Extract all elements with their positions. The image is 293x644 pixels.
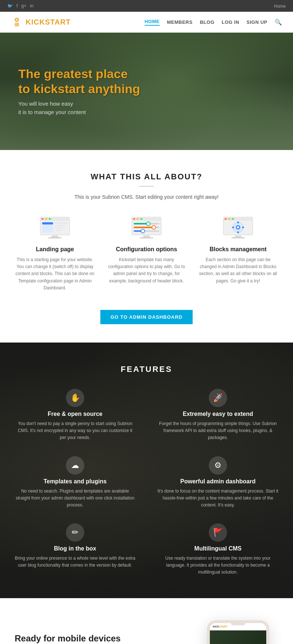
main-nav: HOME MEMBERS BLOG LOG IN SIGN UP 🔍: [145, 19, 282, 26]
svg-rect-37: [228, 218, 230, 220]
admin-desc: It's done to focus on the content manage…: [157, 488, 278, 509]
nav-members[interactable]: MEMBERS: [167, 19, 193, 25]
extend-title: Extremely easy to extend: [183, 411, 253, 417]
facebook-link[interactable]: f: [16, 3, 18, 8]
about-divider: [139, 186, 154, 187]
logo-kick: KICK: [26, 18, 45, 26]
admin-title: Powerful admin dashboard: [180, 478, 255, 485]
free-desc: You don't need to pay a single penny to …: [15, 420, 136, 442]
feature-blocks-desc: Each section on this page can be changed…: [198, 256, 278, 285]
search-icon[interactable]: 🔍: [275, 19, 282, 26]
about-heading: WHAT THIS ALL ABOUT?: [15, 172, 278, 182]
admin-dashboard-button[interactable]: GO TO ADMIN DASHBOARD: [100, 310, 193, 324]
mobile-content: Ready for mobile devices Lorem ipsum dol…: [15, 633, 183, 644]
extend-desc: Forget the hours of programming simple t…: [157, 420, 278, 442]
top-nav: Home: [274, 3, 286, 9]
features-heading: FEATURES: [15, 365, 278, 374]
svg-rect-31: [132, 235, 161, 235]
svg-rect-46: [223, 235, 253, 235]
templates-title: Templates and plugins: [44, 478, 107, 485]
svg-point-24: [146, 222, 150, 226]
landing-icon: [37, 215, 73, 240]
nav-signup[interactable]: SIGN UP: [246, 19, 267, 25]
svg-point-30: [141, 229, 145, 233]
phone-hero-mini: The greatest placeto kickstart anything: [210, 630, 266, 644]
feature-multilingual: 🚩 Multilingual CMS Use ready translation…: [157, 523, 278, 576]
hero-sub1: You will love how easy: [18, 100, 73, 107]
logo: KICKSTART: [11, 16, 71, 28]
admin-icon: ⚙: [209, 456, 227, 475]
templates-icon: ☁: [66, 456, 84, 475]
svg-rect-44: [232, 227, 234, 228]
feature-landing: Landing page This is a starting page for…: [15, 215, 95, 292]
header: KICKSTART HOME MEMBERS BLOG LOG IN SIGN …: [0, 12, 293, 33]
feature-blog: ✏ Blog in the box Bring your online pres…: [15, 523, 136, 576]
svg-rect-9: [42, 222, 53, 224]
googleplus-link[interactable]: g+: [21, 3, 26, 8]
hero-headline-colored: kickstart anything: [34, 82, 140, 96]
top-bar: 🐦 f g+ in Home: [0, 0, 293, 12]
hero-headline-line1: The greatest place: [18, 67, 128, 81]
phone-notch: [231, 623, 245, 625]
nav-blog[interactable]: BLOG: [200, 19, 215, 25]
mobile-section: Ready for mobile devices Lorem ipsum dol…: [0, 598, 293, 644]
about-subtitle: This is your Subrion CMS. Start editing …: [15, 194, 278, 200]
svg-point-41: [237, 226, 239, 228]
extend-icon: 🚀: [209, 389, 227, 407]
social-links: 🐦 f g+ in: [7, 3, 33, 8]
mobile-image: KICKSTART The greatest placeto kickstart…: [198, 620, 278, 644]
nav-login[interactable]: LOG IN: [222, 19, 239, 25]
hero-headline: The greatest place to kickstart anything: [18, 66, 140, 96]
svg-rect-6: [45, 218, 47, 220]
svg-rect-36: [225, 218, 227, 220]
svg-rect-19: [133, 218, 135, 220]
svg-rect-1: [15, 23, 19, 26]
svg-rect-43: [237, 231, 239, 233]
feature-blocks: Blocks management Each section on this p…: [198, 215, 278, 292]
feature-config-desc: Kickstart template has many configuratio…: [106, 256, 187, 285]
feature-blocks-title: Blocks management: [198, 246, 278, 253]
svg-rect-5: [41, 218, 44, 220]
svg-rect-45: [242, 227, 244, 228]
about-section: WHAT THIS ALL ABOUT? This is your Subrio…: [0, 150, 293, 343]
features-section: FEATURES ✋ Free & open source You don't …: [0, 343, 293, 598]
logo-text: KICKSTART: [26, 18, 71, 26]
free-title: Free & open source: [48, 411, 102, 417]
linkedin-link[interactable]: in: [30, 3, 33, 8]
templates-desc: No need to search. Plugins and templates…: [15, 488, 136, 509]
multilingual-icon: 🚩: [209, 523, 227, 542]
phone-logo: KICKSTART: [213, 625, 227, 628]
svg-rect-21: [140, 218, 142, 220]
svg-rect-48: [231, 237, 245, 238]
blog-icon: ✏: [66, 523, 84, 542]
blocks-icon: [220, 215, 256, 240]
twitter-link[interactable]: 🐦: [7, 3, 13, 8]
hero-subtext: You will love how easy it is to manage y…: [18, 100, 140, 116]
svg-rect-16: [48, 237, 62, 238]
mobile-heading: Ready for mobile devices: [15, 633, 183, 644]
hero-sub2: it is to manage your content: [18, 109, 86, 115]
feature-config-title: Configuration options: [106, 246, 187, 253]
blog-title: Blog in the box: [54, 545, 96, 552]
feature-extend: 🚀 Extremely easy to extend Forget the ho…: [157, 389, 278, 442]
svg-rect-38: [232, 218, 234, 220]
feature-admin: ⚙ Powerful admin dashboard It's done to …: [157, 456, 278, 509]
config-icon: [128, 215, 165, 240]
logo-icon: [11, 16, 23, 28]
svg-rect-18: [132, 217, 161, 221]
svg-rect-42: [237, 222, 239, 223]
svg-rect-4: [40, 217, 70, 221]
free-icon: ✋: [66, 389, 84, 407]
logo-start: START: [45, 18, 71, 26]
phone-screen: KICKSTART The greatest placeto kickstart…: [210, 623, 266, 644]
feature-landing-title: Landing page: [15, 246, 95, 253]
multilingual-desc: Use ready translation or translate the s…: [157, 555, 278, 576]
nav-home[interactable]: HOME: [145, 19, 160, 26]
blog-desc: Bring your online presence to a whole ne…: [15, 555, 136, 569]
feature-config: Configuration options Kickstart template…: [106, 215, 187, 292]
svg-rect-10: [55, 222, 68, 224]
hero-section: The greatest place to kickstart anything…: [0, 33, 293, 150]
hero-content: The greatest place to kickstart anything…: [18, 66, 140, 117]
home-top-link[interactable]: Home: [274, 4, 286, 9]
feature-free: ✋ Free & open source You don't need to p…: [15, 389, 136, 442]
